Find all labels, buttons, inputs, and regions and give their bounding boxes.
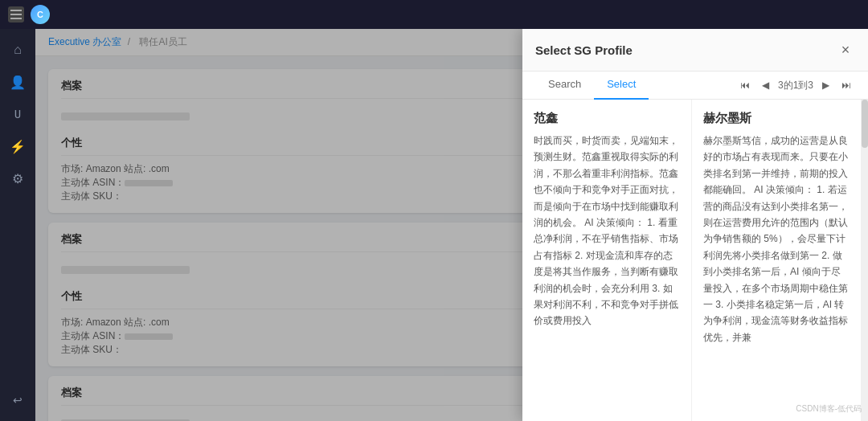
page-first-button[interactable]: ⏮ (736, 76, 754, 94)
modal-header: Select SG Profile × (522, 29, 868, 72)
sidebar-lightning-icon[interactable]: ⚡ (5, 133, 31, 159)
page-next-button[interactable]: ▶ (817, 76, 834, 94)
page-last-button[interactable]: ⏭ (837, 76, 855, 94)
svg-rect-2 (10, 18, 22, 19)
sidebar: ⌂ 👤 U ⚡ ⚙ ↩ (0, 29, 35, 421)
modal-scrollbar-thumb[interactable] (862, 100, 868, 148)
sidebar-settings-icon[interactable]: ⚙ (5, 166, 31, 191)
profile-col-2: 赫尔墨斯 赫尔墨斯笃信，成功的运营是从良好的市场占有表现而来。只要在小类排名到第… (692, 100, 862, 421)
modal-tabs: Search Select ⏮ ◀ 3的1到3 ▶ ⏭ (522, 72, 868, 100)
select-sg-profile-modal: Select SG Profile × Search Select ⏮ ◀ 3的… (522, 29, 868, 421)
profile-1-name: 范鑫 (534, 111, 680, 126)
modal-title: Select SG Profile (535, 43, 633, 57)
modal-body: 范鑫 时践而买，时货而卖，见端知末，预测生财。范鑫重视取得实际的利润，不那么着重… (522, 100, 868, 421)
profile-2-name: 赫尔墨斯 (703, 111, 850, 126)
modal-scrollbar[interactable] (862, 100, 868, 421)
sidebar-user-icon[interactable]: 👤 (5, 69, 31, 95)
topbar: C (0, 0, 868, 29)
profile-col-1: 范鑫 时践而买，时货而卖，见端知末，预测生财。范鑫重视取得实际的利润，不那么着重… (522, 100, 692, 421)
modal-close-button[interactable]: × (836, 40, 855, 59)
svg-rect-0 (10, 10, 22, 11)
page-info: 3的1到3 (778, 79, 813, 92)
tab-search[interactable]: Search (535, 72, 594, 100)
app-logo: C (31, 5, 50, 24)
page-prev-button[interactable]: ◀ (757, 76, 775, 94)
profile-2-desc: 赫尔墨斯笃信，成功的运营是从良好的市场占有表现而来。只要在小类排名到第一并维持，… (703, 133, 850, 345)
profile-1-desc: 时践而买，时货而卖，见端知末，预测生财。范鑫重视取得实际的利润，不那么着重非利润… (534, 133, 680, 329)
svg-rect-1 (10, 14, 22, 15)
modal-pagination: ⏮ ◀ 3的1到3 ▶ ⏭ (736, 72, 855, 99)
sidebar-logout-icon[interactable]: ↩ (5, 387, 31, 413)
modal-overlay: Select SG Profile × Search Select ⏮ ◀ 3的… (35, 29, 868, 421)
tab-select[interactable]: Select (594, 72, 649, 100)
sidebar-link-icon[interactable]: U (5, 101, 31, 127)
menu-icon[interactable] (8, 6, 24, 22)
sidebar-home-icon[interactable]: ⌂ (5, 37, 31, 63)
